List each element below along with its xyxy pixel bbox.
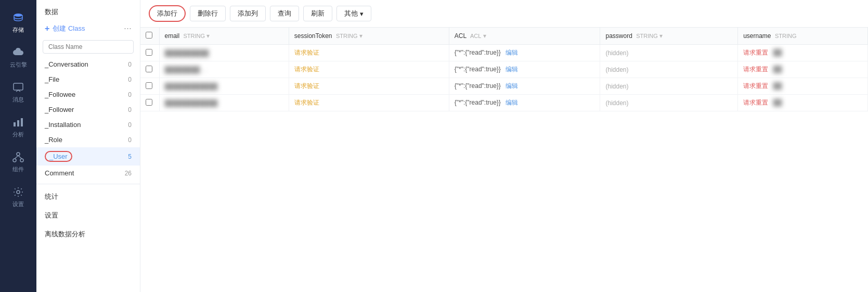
username-value-1: ██ [773,66,782,73]
plus-icon: + [45,24,49,33]
row-checkbox-1 [140,61,159,78]
sidebar-item-conversation[interactable]: _Conversation 0 [36,57,140,72]
svg-point-7 [20,159,23,162]
row-password-0: (hidden) [600,45,738,61]
user-label: _User [45,151,72,162]
svg-rect-4 [21,118,23,126]
sidebar-nav-settings[interactable]: 设置 [36,206,140,225]
nav-settings[interactable]: 设置 [0,180,36,214]
data-table: email STRING ▾ sessionToken STRING ▾ ACL… [140,28,868,111]
sidebar-divider [36,184,140,184]
delete-row-button[interactable]: 删除行 [190,6,226,21]
row-email-0: ██████████ [159,45,289,61]
sidebar-section-data: 数据 [36,0,140,20]
add-col-button[interactable]: 添加列 [230,6,266,21]
table-row: ████████████ 请求验证 {"*":{"read":true}} 编辑… [140,95,868,111]
acl-edit-2[interactable]: 编辑 [506,82,518,90]
user-count: 5 [128,153,132,160]
sidebar-item-followee[interactable]: _Followee 0 [36,87,140,102]
sidebar-nav-offline[interactable]: 离线数据分析 [36,225,140,244]
acl-edit-3[interactable]: 编辑 [506,99,518,106]
create-class-button[interactable]: + 创建 Class ··· [36,20,140,37]
col-password-sort-icon[interactable]: ▾ [659,32,663,40]
password-value-2: (hidden) [605,83,628,90]
row-username-0: 请求重置 ██ [738,45,868,61]
nav-analytics[interactable]: 分析 [0,110,36,145]
row-username-2: 请求重置 ██ [738,78,868,95]
sidebar-item-comment[interactable]: Comment 26 [36,166,140,181]
session-verify-2: 请求验证 [294,82,319,90]
refresh-button[interactable]: 刷新 [303,6,332,21]
row-session-3: 请求验证 [289,95,449,111]
nav-component-label: 组件 [12,166,24,173]
sidebar-item-follower[interactable]: _Follower 0 [36,102,140,117]
nav-yunqijin-label: 云引擎 [10,61,27,69]
svg-point-5 [17,153,20,156]
table-row: ██████████ 请求验证 {"*":{"read":true}} 编辑 (… [140,45,868,61]
svg-point-10 [17,191,20,194]
main-content: 添加行 删除行 添加列 查询 刷新 其他 ▾ email STRING ▾ [140,0,868,292]
sidebar-nav-statistics[interactable]: 统计 [36,187,140,206]
settings-icon [12,186,24,198]
message-icon [12,81,24,94]
username-reset-0[interactable]: 请求重置 [743,49,768,56]
col-acl: ACL ACL ▾ [449,28,600,45]
username-reset-2[interactable]: 请求重置 [743,82,768,90]
sidebar: 数据 + 创建 Class ··· _Conversation 0 _File … [36,0,140,292]
col-acl-sort-icon[interactable]: ▾ [483,32,486,40]
cloud-icon [12,46,24,59]
file-count: 0 [128,76,132,83]
sidebar-item-installation[interactable]: _Installation 0 [36,117,140,132]
svg-point-6 [13,159,16,162]
col-session-sort-icon[interactable]: ▾ [359,32,362,40]
row-checkbox-2 [140,78,159,95]
row-username-3: 请求重置 ██ [738,95,868,111]
followee-count: 0 [128,91,132,98]
row-select-3[interactable] [146,99,152,106]
component-icon [12,151,24,163]
session-verify-1: 请求验证 [294,66,319,73]
comment-count: 26 [125,170,132,177]
row-checkbox-0 [140,45,159,61]
col-email-sort-icon[interactable]: ▾ [206,32,210,40]
password-value-1: (hidden) [605,66,628,73]
file-label: _File [45,75,59,83]
row-password-1: (hidden) [600,61,738,78]
analytics-icon [12,116,24,129]
username-reset-3[interactable]: 请求重置 [743,99,768,106]
row-select-2[interactable] [146,82,152,89]
comment-label: Comment [45,169,74,177]
nav-yunqijin[interactable]: 云引擎 [0,40,36,75]
nav-storage[interactable]: 存储 [0,5,36,40]
toolbar: 添加行 删除行 添加列 查询 刷新 其他 ▾ [140,0,868,28]
col-session-token: sessionToken STRING ▾ [289,28,449,45]
row-select-1[interactable] [146,66,152,72]
col-username: username STRING [738,28,868,45]
role-count: 0 [128,136,132,144]
svg-rect-2 [14,122,16,126]
row-password-2: (hidden) [600,78,738,95]
sidebar-item-role[interactable]: _Role 0 [36,132,140,147]
acl-edit-0[interactable]: 编辑 [506,49,518,56]
icon-nav: 存储 云引擎 消息 分析 [0,0,36,292]
followee-label: _Followee [45,91,75,98]
acl-edit-1[interactable]: 编辑 [506,66,518,73]
table-row: ████████████ 请求验证 {"*":{"read":true}} 编辑… [140,78,868,95]
row-acl-3: {"*":{"read":true}} 编辑 [449,95,600,111]
more-icon[interactable]: ··· [124,23,132,34]
row-acl-2: {"*":{"read":true}} 编辑 [449,78,600,95]
sidebar-item-file[interactable]: _File 0 [36,72,140,87]
class-search-input[interactable] [43,40,134,54]
data-table-wrapper: email STRING ▾ sessionToken STRING ▾ ACL… [140,28,868,292]
add-row-button[interactable]: 添加行 [149,5,186,22]
svg-point-0 [14,14,22,17]
nav-component[interactable]: 组件 [0,145,36,180]
more-button[interactable]: 其他 ▾ [336,6,371,21]
select-all-checkbox[interactable] [146,32,152,39]
row-select-0[interactable] [146,49,152,56]
query-button[interactable]: 查询 [270,6,299,21]
nav-message[interactable]: 消息 [0,75,36,110]
username-reset-1[interactable]: 请求重置 [743,66,768,73]
sidebar-item-user[interactable]: _User 5 [36,147,140,166]
email-value-0: ██████████ [165,49,209,57]
